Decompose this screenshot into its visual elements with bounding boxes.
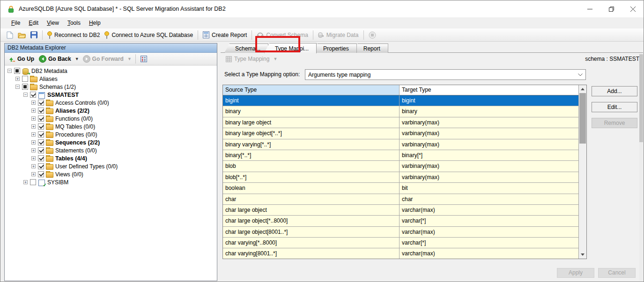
tree-checkbox[interactable] [38, 131, 44, 137]
scroll-up-button[interactable] [579, 85, 586, 93]
tree-checkbox[interactable] [14, 68, 20, 74]
tree-item[interactable]: − SSMATEST [5, 91, 217, 99]
table-row[interactable]: binary varying[*..*] varbinary(max) [223, 139, 578, 150]
source-type-cell[interactable]: char large object [223, 205, 400, 215]
cancel-button[interactable]: Cancel [598, 268, 636, 278]
source-type-cell[interactable]: binary[*..*] [223, 150, 400, 160]
tree-checkbox[interactable] [38, 123, 44, 130]
source-type-cell[interactable]: binary varying[*..*] [223, 139, 400, 150]
connect-azure-button[interactable]: Connect to Azure SQL Database [102, 29, 195, 40]
panel-scrollbar[interactable] [639, 53, 643, 281]
target-type-cell[interactable]: varbinary(max) [400, 172, 578, 182]
tree-expander[interactable]: + [31, 156, 36, 160]
tree-expander[interactable]: + [31, 101, 36, 105]
table-row[interactable]: binary large object[*..*] varbinary(max) [223, 128, 578, 139]
tree-expander[interactable]: + [23, 180, 28, 184]
menu-item-edit[interactable]: Edit [24, 18, 43, 28]
tree-expander[interactable]: − [7, 69, 12, 73]
target-type-cell[interactable]: varbinary(max) [400, 139, 578, 150]
new-file-button[interactable] [4, 29, 15, 40]
tree-checkbox[interactable] [30, 179, 36, 185]
tree-expander[interactable]: + [31, 140, 36, 145]
scrollbar-thumb[interactable] [579, 93, 586, 144]
table-row[interactable]: char char [223, 194, 578, 205]
target-type-cell[interactable]: varbinary(max) [400, 128, 578, 138]
tree-checkbox[interactable] [38, 139, 44, 145]
tree-item[interactable]: + Functions (0/0) [5, 115, 217, 123]
tree-checkbox[interactable] [30, 92, 36, 98]
tree-item[interactable]: + Views (0/0) [5, 170, 217, 178]
target-type-cell[interactable]: binary [400, 106, 578, 116]
tree-item[interactable]: + Sequences (2/2) [5, 138, 217, 146]
source-type-cell[interactable]: boolean [223, 183, 400, 193]
source-type-cell[interactable]: char [223, 194, 400, 204]
tree-item[interactable]: + SYSIBM [5, 178, 217, 186]
target-type-cell[interactable]: bit [400, 183, 578, 193]
table-row[interactable]: bigint bigint [223, 95, 578, 106]
source-type-cell[interactable]: char varying[*..8000] [223, 238, 400, 248]
add-button[interactable]: Add... [592, 86, 637, 96]
target-type-cell[interactable]: varbinary(max) [400, 117, 578, 128]
tree-expander[interactable]: − [23, 93, 28, 97]
go-forward-button[interactable]: Go Forward [81, 54, 126, 64]
panel-scrollbar-thumb[interactable] [639, 54, 643, 142]
table-row[interactable]: char large object[*..8000] varchar[*] [223, 216, 578, 226]
menu-item-help[interactable]: Help [85, 18, 105, 28]
table-row[interactable]: char large object[8001..*] varchar(max) [223, 227, 578, 238]
tree-expander[interactable]: + [31, 172, 36, 176]
tree-expander[interactable]: + [31, 132, 36, 137]
table-row[interactable]: blob varbinary(max) [223, 161, 578, 172]
table-row[interactable]: binary large object varbinary(max) [223, 117, 578, 128]
tree-item[interactable]: + MQ Tables (0/0) [5, 123, 217, 130]
tree-checkbox[interactable] [38, 147, 44, 153]
source-type-cell[interactable]: binary large object [223, 117, 400, 128]
tree-checkbox[interactable] [38, 100, 44, 106]
menu-item-tools[interactable]: Tools [63, 18, 85, 28]
stop-button[interactable] [366, 29, 378, 40]
target-type-cell[interactable]: varchar(max) [400, 205, 578, 215]
minimize-button[interactable] [579, 0, 600, 17]
menu-item-view[interactable]: View [43, 18, 63, 28]
source-type-cell[interactable]: blob [223, 161, 400, 171]
source-type-cell[interactable]: blob[*..*] [223, 172, 400, 182]
tree-expander[interactable]: + [31, 108, 36, 113]
target-type-cell[interactable]: bigint [400, 95, 578, 106]
table-row[interactable]: binary binary [223, 106, 578, 117]
go-forward-dropdown-chevron[interactable]: ▼ [126, 57, 133, 61]
table-row[interactable]: char varying[*..8000] varchar[*] [223, 238, 578, 248]
tree-item[interactable]: + Aliases (2/2) [5, 107, 217, 115]
edit-button[interactable]: Edit... [592, 102, 637, 112]
close-button[interactable] [622, 0, 644, 17]
restore-button[interactable] [600, 0, 622, 17]
table-row[interactable]: boolean bit [223, 183, 578, 194]
target-type-column-header[interactable]: Target Type [400, 85, 578, 95]
tree-expander[interactable]: + [31, 164, 36, 168]
source-type-cell[interactable]: char large object[8001..*] [223, 227, 400, 237]
source-type-cell[interactable]: char varying[8001..*] [223, 248, 400, 259]
target-type-cell[interactable]: varchar(max) [400, 248, 578, 259]
table-row[interactable]: char large object varchar(max) [223, 205, 578, 216]
source-type-cell[interactable]: bigint [223, 95, 400, 106]
tree-item[interactable]: + User Defined Types (0/0) [5, 162, 217, 170]
source-type-cell[interactable]: char large object[*..8000] [223, 216, 400, 226]
go-up-button[interactable]: Go Up [7, 55, 37, 63]
tree-checkbox[interactable] [38, 108, 44, 114]
table-row[interactable]: char varying[8001..*] varchar(max) [223, 248, 578, 259]
target-type-cell[interactable]: binary[*] [400, 150, 578, 160]
open-file-button[interactable] [15, 29, 28, 40]
tree-item[interactable]: + Access Controls (0/0) [5, 99, 217, 107]
tab-type-mapping[interactable]: Type Mappi... [264, 43, 317, 53]
tree-item[interactable]: + Procedures (0/0) [5, 130, 217, 138]
table-scrollbar[interactable] [578, 85, 586, 259]
tab-report[interactable]: Report [353, 43, 388, 53]
save-button[interactable] [28, 29, 40, 40]
tab-properties[interactable]: Properties [312, 43, 357, 53]
source-type-cell[interactable]: binary large object[*..*] [223, 128, 400, 138]
scroll-down-button[interactable] [579, 251, 586, 259]
reconnect-db2-button[interactable]: Reconnect to DB2 [45, 29, 102, 40]
tree-item[interactable]: − Schemas (1/2) [5, 83, 217, 91]
menu-item-file[interactable]: File [7, 18, 24, 28]
type-mapping-menu-button[interactable]: Type Mapping ▼ [223, 54, 281, 65]
tree-item[interactable]: + Aliases [5, 75, 217, 83]
target-type-cell[interactable]: char [400, 194, 578, 204]
